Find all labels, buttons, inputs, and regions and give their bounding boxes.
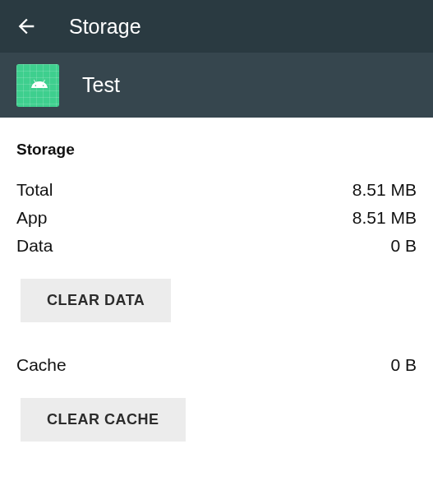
top-bar: Storage	[0, 0, 433, 53]
total-label: Total	[16, 180, 53, 200]
page-title: Storage	[69, 15, 141, 39]
back-arrow-icon[interactable]	[15, 15, 38, 38]
data-value: 0 B	[390, 236, 417, 256]
section-title-storage: Storage	[16, 141, 417, 159]
app-header-bar: Test	[0, 53, 433, 118]
row-app: App 8.51 MB	[16, 208, 417, 228]
cache-value: 0 B	[390, 355, 417, 375]
data-label: Data	[16, 236, 53, 256]
cache-label: Cache	[16, 355, 67, 375]
cache-section: Cache 0 B CLEAR CACHE	[16, 355, 417, 442]
row-total: Total 8.51 MB	[16, 180, 417, 200]
app-label: App	[16, 208, 47, 228]
app-name: Test	[82, 73, 120, 97]
app-icon	[16, 64, 59, 107]
clear-data-button[interactable]: CLEAR DATA	[21, 279, 171, 322]
row-data: Data 0 B	[16, 236, 417, 256]
clear-cache-button[interactable]: CLEAR CACHE	[21, 398, 186, 442]
total-value: 8.51 MB	[352, 180, 417, 200]
content-area: Storage Total 8.51 MB App 8.51 MB Data 0…	[0, 141, 433, 442]
row-cache: Cache 0 B	[16, 355, 417, 375]
app-value: 8.51 MB	[352, 208, 417, 228]
